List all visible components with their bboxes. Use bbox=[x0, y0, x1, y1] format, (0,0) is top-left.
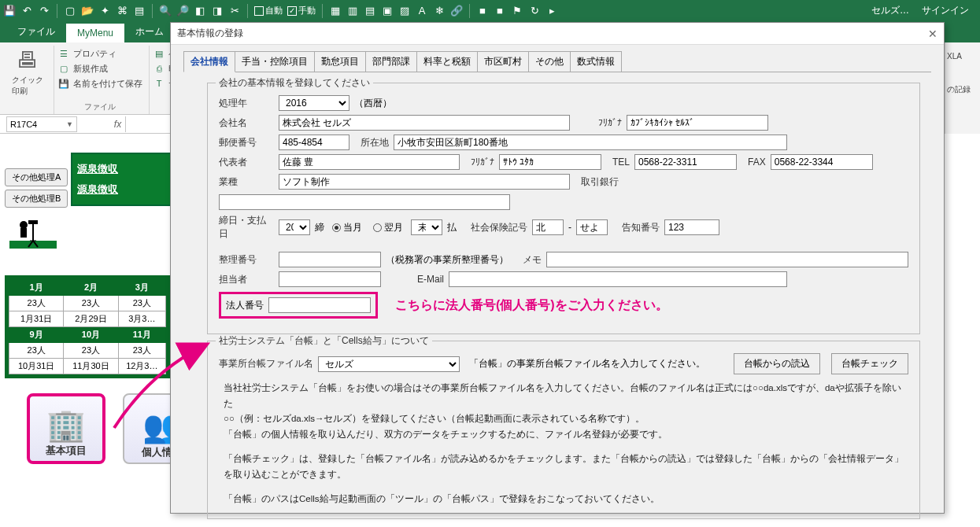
basic-items-card[interactable]: 🏢 基本項目 bbox=[27, 393, 105, 464]
property-button[interactable]: ☰プロパティ bbox=[57, 47, 142, 60]
company-input[interactable] bbox=[279, 115, 570, 131]
zoomout-icon[interactable]: 🔎 bbox=[176, 5, 189, 17]
fax-input[interactable] bbox=[771, 154, 873, 170]
play-icon[interactable]: ▸ bbox=[545, 5, 558, 17]
seiri-input[interactable] bbox=[279, 252, 381, 267]
notice-label: 告知番号 bbox=[622, 221, 660, 234]
close-pay-label: 締日・支払日 bbox=[219, 214, 274, 241]
save-as-button[interactable]: 💾名前を付けて保存 bbox=[57, 77, 142, 90]
fx-button[interactable]: fx bbox=[110, 116, 126, 132]
postal-input[interactable] bbox=[279, 135, 349, 150]
zoomin-icon[interactable]: 🔍 bbox=[159, 5, 172, 17]
tool-icon[interactable]: ✦ bbox=[98, 5, 111, 17]
tab-mymenu[interactable]: MyMenu bbox=[66, 24, 124, 42]
dlg-tab-city[interactable]: 市区町村 bbox=[477, 51, 529, 72]
grid5-icon[interactable]: ▨ bbox=[398, 5, 411, 17]
pay-day-select[interactable]: 末 bbox=[411, 219, 442, 235]
other-process-a-button[interactable]: その他処理A bbox=[5, 168, 68, 186]
tool3-icon[interactable]: ▤ bbox=[133, 5, 146, 17]
snow-icon[interactable]: ❄ bbox=[433, 5, 446, 17]
houjin-input[interactable] bbox=[268, 297, 371, 313]
dlg-tab-attendance[interactable]: 勤怠項目 bbox=[314, 51, 366, 72]
ribbon-group-file-label: ファイル bbox=[57, 101, 142, 114]
rep-furi-input[interactable] bbox=[499, 154, 601, 170]
bank-label: 取引銀行 bbox=[581, 175, 619, 189]
person-input[interactable] bbox=[279, 271, 381, 287]
close-icon[interactable]: ✕ bbox=[928, 28, 937, 40]
redo-icon[interactable]: ↷ bbox=[38, 5, 50, 17]
misc3-icon[interactable]: ✂ bbox=[228, 5, 241, 17]
tool2-icon[interactable]: ⌘ bbox=[116, 5, 128, 17]
memo-input[interactable] bbox=[546, 252, 908, 267]
surveyor-icon bbox=[9, 217, 57, 249]
si-code1-input[interactable] bbox=[532, 219, 564, 235]
close-day-select[interactable]: 20 bbox=[279, 219, 310, 235]
dlg-tab-other[interactable]: その他 bbox=[528, 51, 571, 72]
chevron-down-icon: ▼ bbox=[66, 120, 73, 128]
signin-link[interactable]: サインイン bbox=[922, 4, 969, 17]
name-box[interactable]: R17C4▼ bbox=[6, 116, 77, 132]
bank-input[interactable] bbox=[219, 194, 510, 210]
new-icon[interactable]: ▢ bbox=[64, 5, 76, 17]
grid2-icon[interactable]: ▥ bbox=[346, 5, 359, 17]
misc1-icon[interactable]: ◧ bbox=[194, 5, 206, 17]
biz-input[interactable] bbox=[279, 174, 570, 190]
notice-input[interactable] bbox=[664, 219, 719, 235]
months-table: 1月2月3月 23人23人23人 1月31日2月29日3月3… 9月10月11月… bbox=[9, 279, 166, 374]
dlg-tab-company[interactable]: 会社情報 bbox=[183, 51, 235, 72]
dialog-tabs: 会社情報 手当・控除項目 勤怠項目 部門部課 料率と税額 市区町村 その他 数式… bbox=[171, 45, 944, 72]
close-suffix: 締 bbox=[315, 221, 324, 234]
saveas-icon: 💾 bbox=[57, 77, 70, 90]
load-from-daicho-button[interactable]: 台帳からの読込 bbox=[734, 353, 820, 374]
month-next-radio[interactable]: 翌月 bbox=[373, 221, 403, 234]
year-select[interactable]: 2016 bbox=[279, 95, 349, 111]
dlg-tab-formula[interactable]: 数式情報 bbox=[570, 51, 622, 72]
link-icon[interactable]: 🔗 bbox=[450, 5, 463, 17]
textbox-icon[interactable]: A bbox=[416, 5, 428, 17]
quick-print-button[interactable]: 🖶 クイック 印刷 bbox=[8, 47, 47, 114]
property-icon: ☰ bbox=[57, 47, 70, 60]
save-icon[interactable]: 💾 bbox=[3, 5, 16, 17]
grid1-icon[interactable]: ▦ bbox=[329, 5, 342, 17]
misc2-icon[interactable]: ◨ bbox=[211, 5, 224, 17]
dialog-title: 基本情報の登録 bbox=[177, 27, 243, 40]
dlg-tab-rate[interactable]: 料率と税額 bbox=[416, 51, 478, 72]
tab-home[interactable]: ホーム bbox=[124, 21, 175, 42]
sq2-icon[interactable]: ■ bbox=[494, 5, 506, 17]
corporate-number-highlight: 法人番号 bbox=[219, 292, 378, 319]
office-file-select[interactable]: セルズ bbox=[318, 356, 460, 372]
month-current-radio[interactable]: 当月 bbox=[332, 221, 362, 234]
postal-label: 郵便番号 bbox=[219, 136, 274, 149]
rep-input[interactable] bbox=[279, 154, 460, 170]
company-furi-input[interactable] bbox=[627, 115, 768, 131]
year-label: 処理年 bbox=[219, 97, 274, 110]
open-icon[interactable]: 📂 bbox=[81, 5, 94, 17]
si-code2-input[interactable] bbox=[576, 219, 608, 235]
new-file-button[interactable]: ▢新規作成 bbox=[57, 62, 142, 75]
printarea-icon: ⎙ bbox=[153, 62, 165, 75]
building-icon: 🏢 bbox=[46, 407, 86, 444]
auto-checkbox[interactable]: 自動 bbox=[254, 5, 283, 17]
sq1-icon[interactable]: ■ bbox=[476, 5, 489, 17]
manual-checkbox[interactable]: ✓手動 bbox=[287, 5, 316, 17]
dlg-tab-allowance[interactable]: 手当・控除項目 bbox=[235, 51, 315, 72]
link-gensen-2[interactable]: 源泉徴収 bbox=[77, 179, 167, 200]
daicho-check-button[interactable]: 台帳チェック bbox=[831, 353, 908, 374]
grid4-icon[interactable]: ▣ bbox=[381, 5, 394, 17]
dlg-tab-department[interactable]: 部門部課 bbox=[365, 51, 417, 72]
tel-input[interactable] bbox=[634, 154, 737, 170]
company-furi-label: ﾌﾘｶﾞﾅ bbox=[598, 117, 622, 128]
quick-access-toolbar: 💾 ↶ ↷ ▢ 📂 ✦ ⌘ ▤ 🔍 🔎 ◧ ◨ ✂ 自動 ✓手動 ▦ ▥ ▤ ▣… bbox=[0, 0, 980, 21]
basic-info-dialog: 基本情報の登録 ✕ 会社情報 手当・控除項目 勤怠項目 部門部課 料率と税額 市… bbox=[170, 22, 945, 514]
address-input[interactable] bbox=[394, 135, 787, 150]
link-gensen-1[interactable]: 源泉徴収 bbox=[77, 159, 167, 179]
undo-icon[interactable]: ↶ bbox=[20, 5, 33, 17]
flag-icon[interactable]: ⚑ bbox=[511, 5, 523, 17]
grid3-icon[interactable]: ▤ bbox=[364, 5, 376, 17]
other-process-b-button[interactable]: その他処理B bbox=[5, 190, 68, 208]
biz-label: 業種 bbox=[219, 175, 274, 189]
refresh-icon[interactable]: ↻ bbox=[528, 5, 541, 17]
houjin-label: 法人番号 bbox=[226, 299, 264, 312]
email-input[interactable] bbox=[449, 271, 787, 287]
tab-file[interactable]: ファイル bbox=[6, 21, 66, 42]
